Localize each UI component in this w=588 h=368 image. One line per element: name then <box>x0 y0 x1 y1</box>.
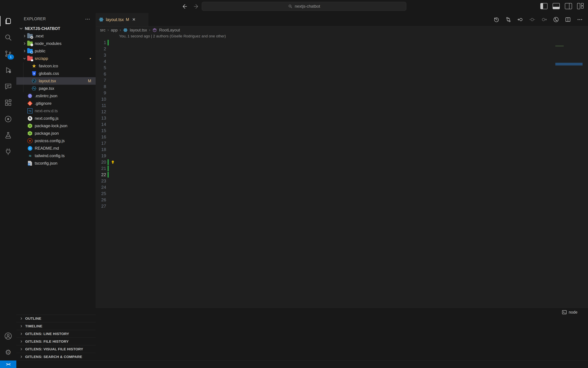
section-timeline[interactable]: TIMELINE <box>16 322 96 330</box>
file-label: node_modules <box>35 41 61 46</box>
line-number: 12 <box>96 109 106 115</box>
debug-icon <box>4 66 12 74</box>
change-indicator <box>108 40 109 46</box>
split-editor-icon[interactable] <box>565 17 571 23</box>
section-label: GITLENS: LINE HISTORY <box>25 332 69 336</box>
tsfile-icon: TS <box>27 161 33 166</box>
tree-item-src-app[interactable]: src/app● <box>16 55 96 62</box>
explorer-more-actions-icon[interactable]: ⋯ <box>85 16 91 22</box>
commit-graph-icon[interactable] <box>553 17 559 23</box>
minimap[interactable] <box>555 46 583 126</box>
chevron-right-icon <box>22 41 27 46</box>
activitybar-extensions[interactable] <box>0 94 16 111</box>
tab-layout-tsx[interactable]: layout.tsx M ✕ <box>96 13 148 26</box>
tree-item-tsconfig-json[interactable]: TStsconfig.json <box>16 159 96 167</box>
back-icon[interactable] <box>181 3 188 10</box>
change-indicator <box>108 159 109 165</box>
activitybar-explorer[interactable] <box>0 13 16 29</box>
activitybar-chat[interactable] <box>0 78 16 94</box>
react-icon <box>123 28 128 32</box>
terminal-profile[interactable]: node <box>562 310 578 315</box>
activitybar-remote-tools[interactable] <box>0 144 16 160</box>
terminal-profile-label: node <box>569 310 578 315</box>
line-number: 4 <box>96 58 106 65</box>
file-label: next.config.js <box>35 116 58 121</box>
git-icon <box>27 101 33 106</box>
star-icon: ★ <box>31 63 37 69</box>
tree-item-public[interactable]: public <box>16 47 96 55</box>
modified-dot: ● <box>90 57 91 60</box>
activitybar-settings[interactable]: ⚙ <box>0 344 16 360</box>
line-number: 10 <box>96 96 106 102</box>
activitybar-testing[interactable] <box>0 127 16 144</box>
section-gitlens-search-compare[interactable]: GITLENS: SEARCH & COMPARE <box>16 353 96 360</box>
chevron-right-icon <box>19 331 23 336</box>
activitybar-accounts[interactable] <box>0 328 16 344</box>
activitybar-gitlens[interactable] <box>0 111 16 127</box>
activitybar-source-control[interactable]: 1 <box>0 46 16 62</box>
breadcrumb-rootlayout[interactable]: RootLayout <box>159 28 180 32</box>
tree-item--next[interactable]: N.next <box>16 32 96 40</box>
activitybar-search[interactable] <box>0 29 16 46</box>
toggle-panel-icon[interactable] <box>553 3 560 9</box>
tree-item-next-env-d-ts[interactable]: TSnext-env.d.ts <box>16 107 96 115</box>
toggle-sidebar-icon[interactable] <box>540 3 548 9</box>
status-bar: >< <box>0 360 588 368</box>
tree-item--eslintrc-json[interactable]: ✓.eslintrc.json <box>16 92 96 100</box>
tree-item-layout-tsx[interactable]: layout.tsxM <box>16 77 96 85</box>
scm-badge: 1 <box>8 55 14 60</box>
breadcrumb-layout-tsx[interactable]: layout.tsx <box>130 28 147 32</box>
tree-item-package-json[interactable]: JSpackage.json <box>16 129 96 137</box>
section-gitlens-file-history[interactable]: GITLENS: FILE HISTORY <box>16 338 96 345</box>
tree-item-favicon-ico[interactable]: ★favicon.ico <box>16 62 96 70</box>
compare-icon[interactable] <box>505 17 512 23</box>
tree-item-page-tsx[interactable]: page.tsx <box>16 85 96 92</box>
next-change-icon[interactable] <box>541 17 547 23</box>
tree-item-globals-css[interactable]: 3globals.css <box>16 70 96 77</box>
lightbulb-icon[interactable] <box>111 160 115 164</box>
tree-item-next-config-js[interactable]: Nnext.config.js <box>16 115 96 122</box>
overview-ruler <box>586 39 588 308</box>
tree-item--gitignore[interactable]: .gitignore <box>16 100 96 107</box>
line-number: 16 <box>96 134 106 140</box>
close-tab-icon[interactable]: ✕ <box>132 17 136 22</box>
tree-item-package-lock-json[interactable]: JSpackage-lock.json <box>16 122 96 129</box>
line-number: 7 <box>96 77 106 83</box>
project-root-row[interactable]: NEXTJS-CHATBOT <box>16 25 96 32</box>
gitlens-icon <box>4 115 12 123</box>
editor-actions <box>493 13 588 26</box>
line-number: 22 <box>96 172 106 178</box>
remote-indicator[interactable]: >< <box>0 360 16 368</box>
section-gitlens-line-history[interactable]: GITLENS: LINE HISTORY <box>16 330 96 338</box>
project-root-label: NEXTJS-CHATBOT <box>25 26 60 31</box>
line-number: 15 <box>96 128 106 134</box>
more-actions-icon[interactable] <box>577 17 583 23</box>
tree-item-postcss-config-js[interactable]: postcss.config.js <box>16 137 96 145</box>
toggle-secondary-sidebar-icon[interactable] <box>565 3 572 9</box>
line-number: 27 <box>96 203 106 209</box>
chevron-right-icon <box>19 347 23 351</box>
file-label: README.md <box>35 146 59 151</box>
folder-public-icon <box>27 48 33 54</box>
line-number: 2 <box>96 46 106 52</box>
editor-tab-bar: layout.tsx M ✕ <box>96 13 588 26</box>
forward-icon[interactable] <box>193 3 200 10</box>
breadcrumb-src[interactable]: src <box>100 28 105 32</box>
codelens-authors[interactable]: You, 1 second ago | 2 authors (Giselle R… <box>119 34 226 38</box>
cube-icon <box>152 28 157 32</box>
section-gitlens-visual-file-history[interactable]: GITLENS: VISUAL FILE HISTORY <box>16 345 96 353</box>
tree-item-readme-md[interactable]: iREADME.md <box>16 145 96 152</box>
tree-item-node-modules[interactable]: node_modules <box>16 40 96 47</box>
command-center-search[interactable]: nextjs-chatbot <box>202 2 406 11</box>
tree-item-tailwind-config-ts[interactable]: ≈tailwind.config.ts <box>16 152 96 159</box>
file-history-icon[interactable] <box>493 17 500 23</box>
previous-change-icon[interactable] <box>517 17 523 23</box>
customize-layout-icon[interactable] <box>577 3 584 9</box>
sidebar-sections: OUTLINETIMELINEGITLENS: LINE HISTORYGITL… <box>16 315 96 360</box>
breadcrumb-app[interactable]: app <box>111 28 118 32</box>
activitybar-run-and-debug[interactable] <box>0 62 16 78</box>
file-label: .eslintrc.json <box>35 93 57 98</box>
change-icon[interactable] <box>529 17 535 23</box>
section-outline[interactable]: OUTLINE <box>16 315 96 322</box>
code-editor[interactable]: 1234567891011121314151617181920212223242… <box>96 39 588 308</box>
